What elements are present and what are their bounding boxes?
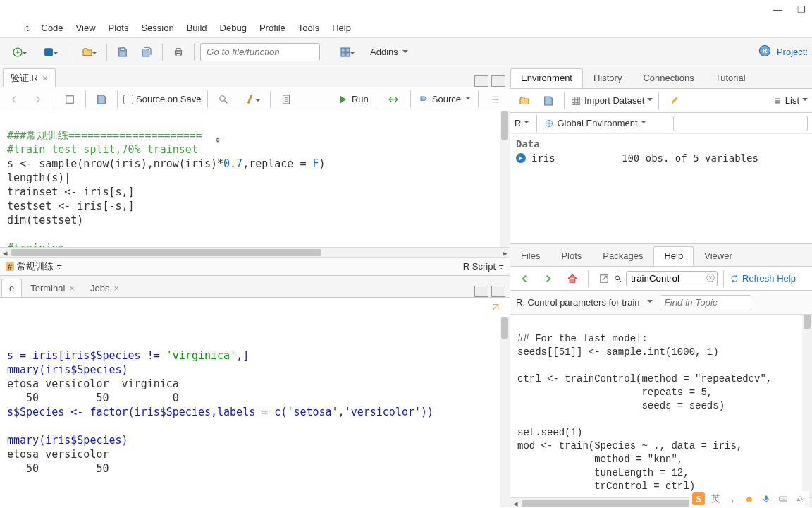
help-forward-icon[interactable] <box>539 269 558 289</box>
menu-help[interactable]: Help <box>332 23 351 33</box>
svg-rect-20 <box>765 495 768 500</box>
print-button[interactable] <box>168 42 188 62</box>
env-search-input[interactable] <box>673 116 808 131</box>
editor-vscrollbar[interactable] <box>500 111 510 247</box>
ime-toolbar[interactable]: S 英 ， ☻ <box>689 491 809 507</box>
ime-keyboard-icon[interactable] <box>777 492 789 505</box>
jobs-tab[interactable]: Jobs× <box>83 279 126 297</box>
sogou-icon[interactable]: S <box>692 492 705 505</box>
show-in-new-window-icon[interactable] <box>60 90 80 109</box>
workspace-panes-button[interactable] <box>332 42 359 62</box>
help-search-input[interactable] <box>626 271 718 286</box>
menu-plots[interactable]: Plots <box>109 23 129 33</box>
window-titlebar: — ❐ <box>0 0 812 18</box>
help-back-icon[interactable] <box>515 269 534 289</box>
save-source-button[interactable] <box>92 90 111 109</box>
minimize-button[interactable]: — <box>773 4 782 14</box>
console-minimize-button[interactable] <box>474 286 488 297</box>
re-run-icon[interactable] <box>383 90 403 109</box>
goto-file-input[interactable] <box>200 43 320 61</box>
import-dataset-button[interactable]: Import Dataset <box>570 95 653 107</box>
scope-selector[interactable]: Global Environment <box>544 118 646 128</box>
help-page-titlebar: R: Control parameters for train <box>510 291 812 315</box>
code-tools-icon[interactable] <box>238 90 264 109</box>
menu-edit[interactable]: it <box>24 23 29 33</box>
console-vscrollbar[interactable] <box>500 318 510 507</box>
save-workspace-icon[interactable] <box>539 91 558 111</box>
hscroll-left-icon[interactable]: ◂ <box>510 498 520 508</box>
console-tab[interactable]: e <box>1 279 22 297</box>
menu-tools[interactable]: Tools <box>298 23 319 33</box>
tab-plots[interactable]: Plots <box>550 246 592 266</box>
tab-help[interactable]: Help <box>653 246 694 266</box>
ime-punct[interactable]: ， <box>726 492 739 505</box>
tab-environment[interactable]: Environment <box>510 68 583 88</box>
outline-icon[interactable] <box>486 90 505 109</box>
source-on-save-checkbox[interactable]: Source on Save <box>123 94 202 104</box>
tab-connections[interactable]: Connections <box>632 68 704 88</box>
view-mode-button[interactable]: List <box>773 95 808 106</box>
tab-tutorial[interactable]: Tutorial <box>705 68 756 88</box>
load-workspace-icon[interactable] <box>515 91 534 111</box>
menu-code[interactable]: Code <box>42 23 63 33</box>
back-icon[interactable] <box>4 90 24 109</box>
close-tab-icon[interactable]: × <box>42 73 48 84</box>
find-icon[interactable] <box>214 90 233 109</box>
compile-report-icon[interactable] <box>276 90 296 109</box>
terminal-tab[interactable]: Terminal× <box>23 279 82 297</box>
expand-icon[interactable]: ▶ <box>516 153 526 163</box>
find-in-topic-input[interactable] <box>660 295 751 310</box>
minimize-pane-button[interactable] <box>474 75 488 87</box>
ime-lang[interactable]: 英 <box>709 492 722 505</box>
file-type-selector[interactable]: R Script ≑ <box>463 261 504 272</box>
help-content[interactable]: ## For the last model: seeds[[51]] <- sa… <box>510 315 812 497</box>
save-all-button[interactable] <box>137 42 156 62</box>
chevron-down-icon[interactable] <box>647 300 653 306</box>
language-selector[interactable]: R <box>515 118 529 128</box>
ime-emoji[interactable]: ☻ <box>743 492 756 505</box>
clear-console-icon[interactable] <box>486 298 505 318</box>
source-tab[interactable]: 验证.R × <box>3 68 56 87</box>
svg-text:R: R <box>763 47 768 54</box>
list-icon <box>773 96 782 106</box>
section-nav[interactable]: # 常规训练 ≑ <box>6 260 62 273</box>
ime-settings-icon[interactable] <box>794 492 806 505</box>
maximize-pane-button[interactable] <box>491 75 505 87</box>
source-editor[interactable]: ###常规训练===================== #train test… <box>0 111 510 247</box>
editor-hscrollbar[interactable]: ◂ ▸ <box>0 247 510 257</box>
menu-session[interactable]: Session <box>141 23 173 33</box>
menu-debug[interactable]: Debug <box>220 23 247 33</box>
ime-mic-icon[interactable] <box>760 492 773 505</box>
svg-rect-1 <box>45 48 53 56</box>
help-popout-icon[interactable] <box>594 269 614 289</box>
save-button[interactable] <box>113 42 133 62</box>
addins-menu[interactable]: Addins <box>363 47 415 57</box>
hscroll-left-icon[interactable]: ◂ <box>0 248 10 258</box>
tab-history[interactable]: History <box>583 68 632 88</box>
project-label[interactable]: Project: <box>777 47 808 57</box>
tab-packages[interactable]: Packages <box>592 246 653 266</box>
forward-icon[interactable] <box>28 90 48 109</box>
tab-files[interactable]: Files <box>510 246 550 266</box>
help-vscrollbar[interactable] <box>802 315 812 497</box>
menu-build[interactable]: Build <box>187 23 207 33</box>
console-output[interactable]: s = iris[iris$Species != 'virginica',] m… <box>0 318 510 507</box>
run-button[interactable]: Run <box>338 94 369 105</box>
tab-viewer[interactable]: Viewer <box>694 246 743 266</box>
new-project-button[interactable] <box>35 42 62 62</box>
source-arrow-icon <box>418 94 429 105</box>
menu-profile[interactable]: Profile <box>259 23 285 33</box>
hscroll-right-icon[interactable]: ▸ <box>500 248 510 258</box>
open-file-button[interactable] <box>74 42 101 62</box>
maximize-button[interactable]: ❐ <box>796 4 806 14</box>
menu-view[interactable]: View <box>76 23 96 33</box>
new-file-button[interactable] <box>4 42 31 62</box>
svg-rect-2 <box>121 48 125 51</box>
help-home-icon[interactable] <box>562 269 582 289</box>
console-maximize-button[interactable] <box>491 286 505 297</box>
clear-search-icon[interactable]: ⓧ <box>706 272 715 284</box>
clear-objects-icon[interactable] <box>665 91 684 111</box>
source-dropdown-button[interactable]: Source <box>418 94 471 105</box>
env-row-iris[interactable]: ▶ iris 100 obs. of 5 variables <box>516 151 806 165</box>
refresh-help-button[interactable]: Refresh Help <box>730 273 796 284</box>
